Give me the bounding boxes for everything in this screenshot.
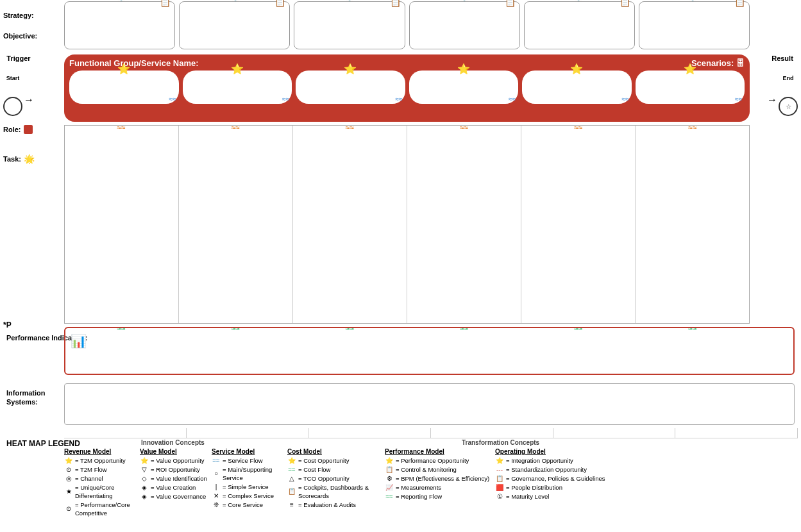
swimlane-col-6 [636,126,749,323]
reporting-flow-text: = Reporting Flow [396,492,442,501]
service-flow-text: = Service Flow [223,456,263,465]
swimlane-col-5 [521,126,636,323]
node-wave-6: ≈≈ [735,96,742,103]
legend-item-governance: 📋 = Governance, Policies & Guidelines [495,474,611,483]
legend-item-value-gov: ◈ = Value Governance [140,492,210,501]
value-id-icon: ◇ [140,474,149,483]
integration-text: = Integration Opportunity [506,456,573,465]
top-boxes: 📋 📋 📋 📋 📋 📋 [64,0,750,54]
people-dist-text: = People Distribution [506,483,562,492]
heatmap-section: HEAT MAP LEGEND Innovation Concepts Tran… [3,439,798,532]
result-star: ☆ [786,103,791,110]
node-wave-4: ≈≈ [509,96,516,103]
t2m-opp-icon: ⭐ [64,456,73,465]
complex-service-icon: ✕ [212,492,221,501]
service-model-title: Service Model [212,448,285,455]
trigger-section: Trigger Start → [3,54,34,116]
revenue-model-col: Revenue Model ⭐ = T2M Opportunity ⊙ = T2… [64,448,138,517]
control-text: = Control & Monitoring [396,465,457,474]
perf-core-text: = Performance/Core Competitive [75,501,138,518]
node-star-4: ⭐ [457,63,470,75]
node-wave-5: ≈≈ [622,96,629,103]
bottom-sep-col-6 [675,428,798,438]
legend-item-control: 📋 = Control & Monitoring [385,465,494,474]
role-label: Role: [3,126,21,133]
scenarios-icon: 🗄 [736,58,745,68]
bottom-sep-col-5 [553,428,676,438]
result-arrow: → [767,94,777,106]
legend-item-cost-flow: ≈≈ = Cost Flow [287,465,384,474]
task-label: Task: [3,155,21,163]
swimlane-area [64,125,750,324]
cockpits-text: = Cockpits, Dashboards & Scorecards [298,483,384,501]
process-band: Functional Group/Service Name: Scenarios… [64,54,750,122]
trigger-label: Trigger [6,54,30,62]
legend-item-simple-service: | = Simple Service [212,483,285,492]
revenue-model-title: Revenue Model [64,448,138,455]
legend-area: Innovation Concepts Transformation Conce… [64,439,798,532]
legend-item-maturity: ① = Maturity Level [495,492,611,501]
value-opp-text: = Value Opportunity [151,456,205,465]
main-service-icon: ○ [212,469,221,478]
value-model-title: Value Model [140,448,210,455]
swimlane-col-2 [179,126,293,323]
service-model-col: Service Model ≈≈ = Service Flow ○ = Main… [212,448,285,510]
value-gov-text: = Value Governance [151,492,206,501]
perf-model-col: Performance Model ⭐ = Performance Opport… [385,448,494,501]
role-row: Role: [3,125,33,134]
top-box-icon-2: 📋 [274,0,285,7]
t2m-flow-icon: ⊙ [64,465,73,474]
top-box-5: 📋 [524,1,635,49]
bottom-sep-col-4 [431,428,553,438]
perf-model-title: Performance Model [385,448,494,455]
value-gov-icon: ◈ [140,492,149,501]
legend-item-perf-opp: ⭐ = Performance Opportunity [385,456,494,465]
result-label: Result [771,54,793,62]
trigger-arrow: → [24,94,34,106]
node-wave-3: ≈≈ [396,96,403,103]
legend-item-t2m-flow: ⊙ = T2M Flow [64,465,138,474]
measurements-icon: 📈 [385,483,394,492]
legend-item-eval: ≡ = Evaluation & Audits [287,501,384,510]
top-box-icon-6: 📋 [734,0,745,7]
legend-item-cockpits: 📋 = Cockpits, Dashboards & Scorecards [287,483,384,501]
top-box-icon-3: 📋 [390,0,401,7]
transformation-group-label: Transformation Concepts [462,439,539,446]
process-node-6: ⭐ ≈≈ [636,71,745,104]
start-label: Start [6,75,20,81]
value-creation-text: = Value Creation [151,483,196,492]
top-box-1: 📋 [64,1,175,49]
legend-item-value-creation: ◈ = Value Creation [140,483,210,492]
node-star-1: ⭐ [117,63,130,75]
control-icon: 📋 [385,465,394,474]
channel-text: = Channel [75,474,103,483]
core-service-text: = Core Service [223,501,263,509]
main-container: 📋 📋 📋 📋 📋 📋 Strategy: Objective: 📋 📋 [0,0,801,532]
core-service-icon: ❊ [212,501,221,510]
perf-band: 📊 [64,327,795,375]
legend-item-channel: ◎ = Channel [64,474,138,483]
swimlane-col-4 [407,126,521,323]
legend-item-t2m-opp: ⭐ = T2M Opportunity [64,456,138,465]
role-icon [24,125,33,134]
swimlane-col-3 [293,126,407,323]
roi-opp-icon: ▽ [140,465,149,474]
legend-item-core-service: ❊ = Core Service [212,501,285,510]
eval-text: = Evaluation & Audits [298,501,356,509]
people-dist-icon: 🟥 [495,483,504,492]
objective-row: Objective: [3,32,45,40]
legend-item-people-dist: 🟥 = People Distribution [495,483,611,492]
node-star-2: ⭐ [231,63,244,75]
strategy-row: Strategy: [3,12,45,19]
swimlane-col-1 [65,126,179,323]
legend-item-standardization: --- = Standardization Opportunity [495,465,611,474]
standardization-icon: --- [495,465,504,474]
service-flow-icon: ≈≈ [212,456,221,465]
bottom-sep-col-1 [64,428,187,438]
governance-icon: 📋 [495,474,504,483]
end-label: End [783,75,794,81]
t2m-opp-text: = T2M Opportunity [75,456,126,465]
cockpits-icon: 📋 [287,487,296,496]
cost-flow-text: = Cost Flow [298,465,330,474]
bpm-text: = BPM (Effectiveness & Efficiency) [396,474,489,483]
